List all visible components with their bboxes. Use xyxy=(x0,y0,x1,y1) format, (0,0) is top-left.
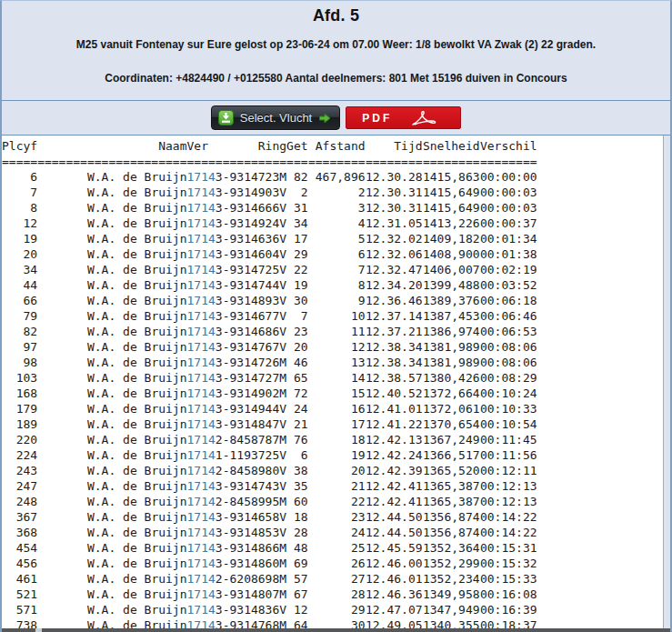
cell-verschil: 00:12:13 xyxy=(480,478,537,494)
cell-tijd: 12.32.47 xyxy=(366,262,423,277)
cell-snelheid: 1415,863 xyxy=(423,169,480,185)
separator: === xyxy=(286,154,307,169)
cell-ring: 3-9314807M xyxy=(216,587,286,602)
cell-verschil: 00:02:19 xyxy=(480,262,537,277)
cell-ver-link[interactable]: 1714 xyxy=(187,401,216,416)
cell-afstand: 15 xyxy=(308,386,366,401)
cell-ver-link[interactable]: 1714 xyxy=(187,169,216,185)
cell-ver-link[interactable]: 1714 xyxy=(187,262,216,277)
separator: ========== xyxy=(216,154,286,169)
cell-ver-link[interactable]: 1714 xyxy=(187,494,216,509)
cell-ver-link[interactable]: 1714 xyxy=(187,277,216,293)
cell-afstand: 5 xyxy=(308,231,366,246)
cell-snelheid: 1386,974 xyxy=(423,324,480,339)
cell-verschil: 00:15:33 xyxy=(480,571,537,587)
download-icon xyxy=(218,110,234,125)
cell-ver-link[interactable]: 1714 xyxy=(187,587,216,602)
cell-plcyf: 20 xyxy=(2,246,37,262)
cell-tijd: 12.32.02 xyxy=(366,231,423,246)
cell-naam: W.A. de Bruijn xyxy=(37,401,186,416)
cell-naam: W.A. de Bruijn xyxy=(37,308,186,324)
table-row: 454 W.A. de Bruijn 1714 3-9314866M 48 25… xyxy=(2,540,537,556)
cell-ring: 3-9314767V xyxy=(216,339,286,355)
cell-ring: 3-9314604V xyxy=(216,246,286,262)
cell-ver-link[interactable]: 1714 xyxy=(187,525,216,540)
cell-tijd: 12.38.34 xyxy=(366,355,423,370)
cell-ver-link[interactable]: 1714 xyxy=(187,324,216,339)
cell-verschil: 00:15:32 xyxy=(480,556,537,571)
cell-verschil: 00:06:53 xyxy=(480,324,537,339)
cell-ver-link[interactable]: 1714 xyxy=(187,231,216,246)
separator: ===== xyxy=(2,154,37,169)
col-ver: Ver xyxy=(187,138,216,154)
table-row: 79 W.A. de Bruijn 1714 3-9314677V 7 10 1… xyxy=(2,308,537,324)
cell-ver-link[interactable]: 1714 xyxy=(187,447,216,463)
cell-ver-link[interactable]: 1714 xyxy=(187,416,216,432)
cell-tijd: 12.30.28 xyxy=(366,169,423,185)
cell-snelheid: 1365,387 xyxy=(423,478,480,494)
cell-verschil: 00:12:11 xyxy=(480,463,537,478)
cell-ver-link[interactable]: 1714 xyxy=(187,355,216,370)
table-row: 66 W.A. de Bruijn 1714 3-9314893V 30 9 1… xyxy=(2,293,537,308)
table-row: 8 W.A. de Bruijn 1714 3-9314666V 31 3 12… xyxy=(2,200,537,216)
cell-ver-link[interactable]: 1714 xyxy=(187,478,216,494)
cell-ver-link[interactable]: 1714 xyxy=(187,602,216,617)
separator: ===================== xyxy=(37,154,186,169)
cell-snelheid: 1399,488 xyxy=(423,277,480,293)
cell-snelheid: 1372,664 xyxy=(423,386,480,401)
cell-verschil: 00:10:54 xyxy=(480,416,537,432)
cell-ring: 2-8458980V xyxy=(216,463,286,478)
cell-plcyf: 98 xyxy=(2,355,37,370)
cell-ver-link[interactable]: 1714 xyxy=(187,540,216,556)
cell-verschil: 00:11:56 xyxy=(480,447,537,463)
cell-ver-link[interactable]: 1714 xyxy=(187,386,216,401)
select-flight-button[interactable]: Select. Vlucht xyxy=(211,105,341,130)
cell-tijd: 12.46.00 xyxy=(366,556,423,571)
acrobat-icon xyxy=(408,110,445,126)
cell-get: 31 xyxy=(286,200,307,216)
cell-snelheid: 1415,649 xyxy=(423,200,480,216)
cell-ver-link[interactable]: 1714 xyxy=(187,556,216,571)
select-flight-label: Select. Vlucht xyxy=(240,111,313,125)
cell-ver-link[interactable]: 1714 xyxy=(187,432,216,447)
cell-ring: 3-9314924V xyxy=(216,216,286,231)
cell-naam: W.A. de Bruijn xyxy=(37,231,186,246)
cell-tijd: 12.44.50 xyxy=(366,509,423,525)
cell-ver-link[interactable]: 1714 xyxy=(187,571,216,587)
table-row: 103 W.A. de Bruijn 1714 3-9314727M 65 14… xyxy=(2,370,537,386)
cell-ver-link[interactable]: 1714 xyxy=(187,293,216,308)
cell-ring: 3-9314847V xyxy=(216,416,286,432)
cell-tijd: 12.37.14 xyxy=(366,308,423,324)
cell-plcyf: 571 xyxy=(2,602,37,617)
cell-tijd: 12.42.41 xyxy=(366,494,423,509)
cell-afstand: 22 xyxy=(308,494,366,509)
cell-afstand: 13 xyxy=(308,355,366,370)
cell-tijd: 12.34.20 xyxy=(366,277,423,293)
coordinates-info: Coordinaten: +4824490 / +0125580 Aantal … xyxy=(2,72,670,85)
cell-ver-link[interactable]: 1714 xyxy=(187,185,216,200)
cell-afstand: 28 xyxy=(308,587,366,602)
cell-afstand: 6 xyxy=(308,246,366,262)
cell-ring: 3-9314677V xyxy=(216,308,286,324)
cell-afstand: 27 xyxy=(308,571,366,587)
cell-ver-link[interactable]: 1714 xyxy=(187,370,216,386)
cell-plcyf: 19 xyxy=(2,231,37,246)
cell-ring: 3-9314636V xyxy=(216,231,286,246)
table-row: 521 W.A. de Bruijn 1714 3-9314807M 67 28… xyxy=(2,587,537,602)
cell-verschil: 00:01:38 xyxy=(480,246,537,262)
cell-afstand: 8 xyxy=(308,277,366,293)
cell-afstand: 9 xyxy=(308,293,366,308)
cell-ver-link[interactable]: 1714 xyxy=(187,308,216,324)
cell-ring: 2-6208698M xyxy=(216,571,286,587)
cell-get: 69 xyxy=(286,556,307,571)
pdf-button[interactable]: PDF xyxy=(346,106,461,129)
cell-ver-link[interactable]: 1714 xyxy=(187,509,216,525)
cell-verschil: 00:14:22 xyxy=(480,525,537,540)
cell-ver-link[interactable]: 1714 xyxy=(187,246,216,262)
cell-afstand: 18 xyxy=(308,432,366,447)
cell-ver-link[interactable]: 1714 xyxy=(187,216,216,231)
cell-ver-link[interactable]: 1714 xyxy=(187,200,216,216)
table-row: 19 W.A. de Bruijn 1714 3-9314636V 17 5 1… xyxy=(2,231,537,246)
cell-ver-link[interactable]: 1714 xyxy=(187,339,216,355)
cell-ver-link[interactable]: 1714 xyxy=(187,463,216,478)
